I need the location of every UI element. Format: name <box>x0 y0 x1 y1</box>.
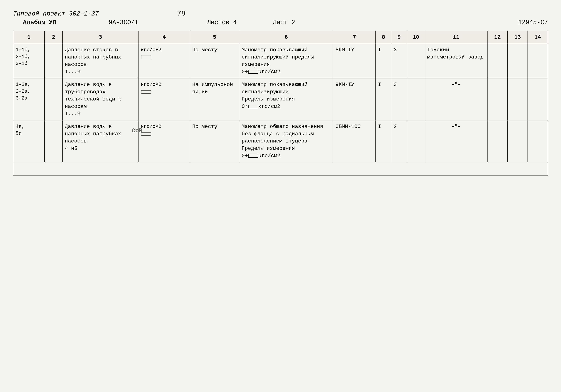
header-page-number: 78 <box>177 10 185 18</box>
cell-row2-col8: I <box>376 78 391 120</box>
cell-row3-col5: По месту <box>190 120 239 162</box>
col-header-7: 7 <box>333 31 376 44</box>
cell-row2-col9: 3 <box>391 78 407 120</box>
header: Типовой проект 902-1-37 78 Альбом УП 9А-… <box>13 10 548 26</box>
cell-row1-col8: I <box>376 44 391 78</box>
table-row: 4а,5а Давление воды в напорных патрубках… <box>13 120 548 162</box>
cell-row1-col10 <box>407 44 425 78</box>
cell-row1-col11: Томский манометровый завод <box>425 44 487 78</box>
table-row: 1-1б,2-1б,3-1б Давление стоков в напорны… <box>13 44 548 78</box>
header-code: 9А-3СО/I <box>108 19 138 26</box>
header-title: Типовой проект 902-1-37 <box>13 10 99 17</box>
cell-row3-col8: I <box>376 120 391 162</box>
cell-row1-col1: 1-1б,2-1б,3-1б <box>13 44 44 78</box>
cell-row3-col10 <box>407 120 425 162</box>
cell-row1-col3: Давление стоков в напорных патрубных нас… <box>62 44 138 78</box>
col-header-6: 6 <box>239 31 333 44</box>
col-header-1: 1 <box>13 31 44 44</box>
cell-row1-col14 <box>528 44 548 78</box>
cell-row3-col3: Давление воды в напорных патрубках насос… <box>62 120 138 162</box>
cell-row2-col14 <box>528 78 548 120</box>
cell-row1-col7: 8КМ-IУ <box>333 44 376 78</box>
col-header-9: 9 <box>391 31 407 44</box>
cell-row1-col12 <box>487 44 507 78</box>
cell-row3-col11: –"– <box>425 120 487 162</box>
cell-row3-col14 <box>528 120 548 162</box>
header-album: Альбом УП <box>23 19 56 26</box>
cell-row2-col6: Манометр показывающий сигнализирующий Пр… <box>239 78 333 120</box>
cell-row2-col13 <box>507 78 528 120</box>
cell-row2-col7: 9КМ-IУ <box>333 78 376 120</box>
col-header-13: 13 <box>507 31 528 44</box>
cell-row3-col13 <box>507 120 528 162</box>
header-sheets: Листов 4 <box>207 19 237 26</box>
col-header-8: 8 <box>376 31 391 44</box>
cob-stamp: СоВ <box>132 128 142 134</box>
col-header-11: 11 <box>425 31 487 44</box>
col-header-12: 12 <box>487 31 507 44</box>
cell-row1-col13 <box>507 44 528 78</box>
cell-row2-col10 <box>407 78 425 120</box>
cell-row1-col9: 3 <box>391 44 407 78</box>
table-header-row: 1 2 3 4 5 6 7 8 9 10 11 12 13 14 <box>13 31 548 44</box>
cell-row2-col3: Давление воды в трубопроводах техническо… <box>62 78 138 120</box>
cell-row3-col4: кгс/см2 <box>139 120 190 162</box>
cell-row3-col2 <box>44 120 63 162</box>
col-header-3: 3 <box>62 31 138 44</box>
cell-row2-col11: –"– <box>425 78 487 120</box>
cell-row3-col12 <box>487 120 507 162</box>
cell-row1-col5: По месту <box>190 44 239 78</box>
table-row-empty <box>13 162 548 175</box>
cell-row2-col4: кгс/см2 <box>139 78 190 120</box>
table-row: 1-2а,2-2а,3-2а Давление воды в трубопров… <box>13 78 548 120</box>
cell-row2-col12 <box>487 78 507 120</box>
col-header-2: 2 <box>44 31 63 44</box>
cell-row1-col6: Манометр показывающий сигнализирующий пр… <box>239 44 333 78</box>
cell-row2-col2 <box>44 78 63 120</box>
col-header-10: 10 <box>407 31 425 44</box>
main-table: 1 2 3 4 5 6 7 8 9 10 11 12 13 14 1-1б,2-… <box>13 31 548 175</box>
cell-row3-col7: ОБМИ-100 <box>333 120 376 162</box>
cell-row3-col9: 2 <box>391 120 407 162</box>
header-sheet: Лист 2 <box>273 19 295 26</box>
header-doc-number: 12945-С7 <box>518 19 548 26</box>
cell-row1-col4: кгс/см2 <box>139 44 190 78</box>
cell-row2-col5: На импульсной линии <box>190 78 239 120</box>
col-header-4: 4 <box>139 31 190 44</box>
cell-row1-col2 <box>44 44 63 78</box>
col-header-5: 5 <box>190 31 239 44</box>
cell-row3-col6: Манометр общего назначения без фланца с … <box>239 120 333 162</box>
col-header-14: 14 <box>528 31 548 44</box>
cell-row2-col1: 1-2а,2-2а,3-2а <box>13 78 44 120</box>
cell-row3-col1: 4а,5а <box>13 120 44 162</box>
